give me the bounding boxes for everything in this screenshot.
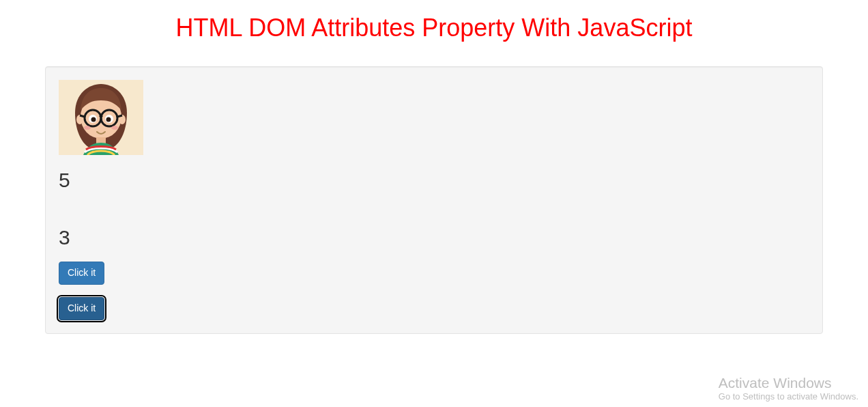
result-output-1: 5 bbox=[59, 169, 809, 192]
svg-point-14 bbox=[111, 126, 118, 130]
content-well: 5 3 Click it Click it bbox=[45, 66, 823, 334]
result-output-2: 3 bbox=[59, 226, 809, 249]
windows-activation-watermark: Activate Windows Go to Settings to activ… bbox=[719, 374, 858, 402]
svg-line-7 bbox=[80, 115, 85, 117]
svg-point-13 bbox=[84, 126, 91, 130]
girl-avatar-icon bbox=[59, 80, 143, 155]
svg-line-8 bbox=[117, 115, 122, 117]
svg-point-11 bbox=[91, 117, 96, 122]
click-it-button-2[interactable]: Click it bbox=[59, 297, 104, 320]
click-it-button-1[interactable]: Click it bbox=[59, 262, 104, 285]
spacer bbox=[59, 199, 809, 212]
watermark-subtitle: Go to Settings to activate Windows. bbox=[719, 391, 858, 402]
watermark-title: Activate Windows bbox=[719, 374, 858, 391]
svg-point-12 bbox=[106, 117, 111, 122]
avatar-image bbox=[59, 80, 143, 155]
page-title: HTML DOM Attributes Property With JavaSc… bbox=[45, 14, 823, 42]
